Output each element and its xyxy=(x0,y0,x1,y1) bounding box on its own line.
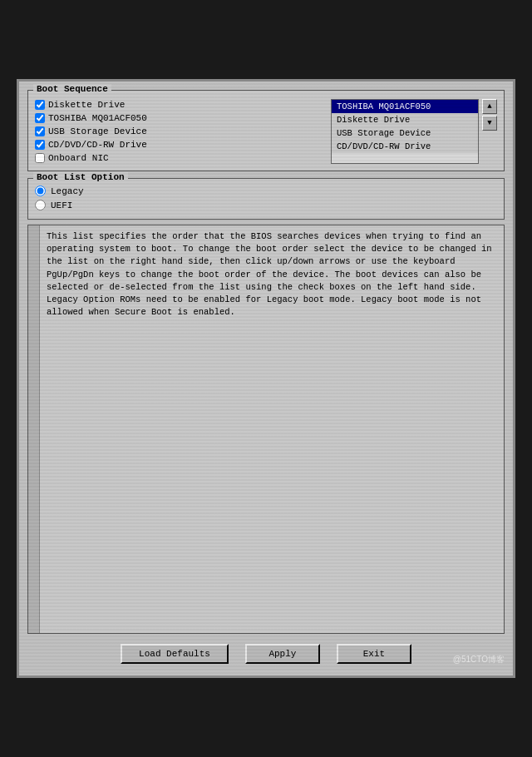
boot-sequence-title: Boot Sequence xyxy=(33,84,111,94)
boot-device-checkbox[interactable] xyxy=(35,153,45,163)
scroll-down-button[interactable]: ▼ xyxy=(482,116,497,131)
scroll-up-button[interactable]: ▲ xyxy=(482,99,497,114)
boot-device-label: Onboard NIC xyxy=(48,153,109,163)
exit-button[interactable]: Exit xyxy=(337,644,411,664)
boot-right-panel: TOSHIBA MQ01ACF050Diskette DriveUSB Stor… xyxy=(331,99,497,164)
boot-checkbox-row: CD/DVD/CD-RW Drive xyxy=(35,139,324,151)
description-area: This list specifies the order that the B… xyxy=(27,225,505,634)
boot-checkbox-row: USB Storage Device xyxy=(35,126,324,137)
boot-list-option-title: Boot List Option xyxy=(33,172,128,182)
left-edge-bar xyxy=(28,225,40,633)
boot-sequence-section: Boot Sequence Diskette DriveTOSHIBA MQ01… xyxy=(27,90,505,171)
boot-device-label: USB Storage Device xyxy=(48,126,147,136)
boot-device-checkbox[interactable] xyxy=(35,113,45,123)
boot-list-option-label: Legacy xyxy=(51,186,84,196)
boot-order-item[interactable]: Diskette Drive xyxy=(332,113,478,126)
boot-checkbox-row: Diskette Drive xyxy=(35,99,324,111)
apply-button[interactable]: Apply xyxy=(245,644,320,664)
boot-device-checkbox[interactable] xyxy=(35,100,45,110)
description-text: This list specifies the order that the B… xyxy=(40,225,504,633)
watermark: @51CTO博客 xyxy=(453,654,505,665)
boot-device-checkbox[interactable] xyxy=(35,140,45,150)
scroll-arrows: ▲ ▼ xyxy=(482,99,497,164)
button-row: Load Defaults Apply Exit xyxy=(27,639,505,667)
load-defaults-button[interactable]: Load Defaults xyxy=(121,644,229,664)
boot-checkbox-row: Onboard NIC xyxy=(35,152,324,164)
boot-list-radio-row: Legacy xyxy=(35,184,497,198)
boot-device-label: CD/DVD/CD-RW Drive xyxy=(48,140,147,150)
boot-device-checkbox[interactable] xyxy=(35,126,45,136)
bios-screen: Boot Sequence Diskette DriveTOSHIBA MQ01… xyxy=(17,79,515,678)
boot-list-radio[interactable] xyxy=(35,186,46,196)
boot-order-item[interactable]: CD/DVD/CD-RW Drive xyxy=(332,140,478,153)
boot-list-option-section: Boot List Option LegacyUEFI xyxy=(27,178,505,220)
boot-device-label: Diskette Drive xyxy=(48,100,125,110)
boot-device-label: TOSHIBA MQ01ACF050 xyxy=(48,113,147,123)
boot-left-list: Diskette DriveTOSHIBA MQ01ACF050USB Stor… xyxy=(35,99,324,164)
boot-order-list[interactable]: TOSHIBA MQ01ACF050Diskette DriveUSB Stor… xyxy=(331,99,479,164)
boot-list-radio[interactable] xyxy=(35,200,46,210)
boot-order-item[interactable]: USB Storage Device xyxy=(332,126,478,140)
boot-order-item[interactable]: TOSHIBA MQ01ACF050 xyxy=(332,100,478,113)
boot-list-radio-row: UEFI xyxy=(35,198,497,212)
boot-list-option-label: UEFI xyxy=(51,200,72,210)
radio-group: LegacyUEFI xyxy=(35,184,497,212)
boot-checkbox-row: TOSHIBA MQ01ACF050 xyxy=(35,112,324,124)
